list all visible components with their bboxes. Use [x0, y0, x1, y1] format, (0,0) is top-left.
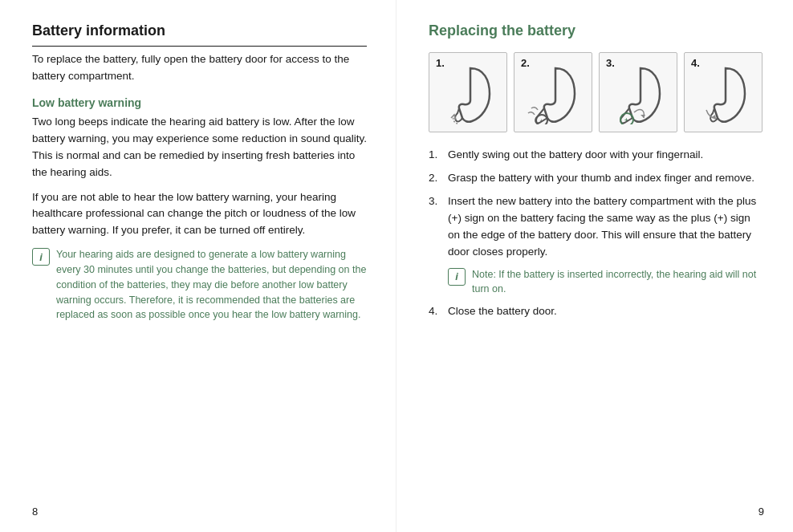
steps-list-4: 4. Close the battery door.	[429, 303, 764, 320]
step-num-1: 1.	[429, 147, 443, 164]
step-text-1: Gently swing out the battery door with y…	[448, 147, 703, 164]
intro-text: To replace the battery, fully open the b…	[32, 51, 367, 85]
step-text-4: Close the battery door.	[448, 303, 557, 320]
step-item-3: 3. Insert the new battery into the batte…	[429, 193, 764, 261]
right-page: Replacing the battery 1. 2.	[396, 0, 793, 532]
steps-images: 1. 2. +	[429, 52, 764, 132]
step-image-1: 1.	[429, 52, 507, 132]
info-box-text: Your hearing aids are designed to genera…	[56, 247, 367, 323]
svg-text:+: +	[624, 116, 628, 124]
hearing-aid-svg-3: +	[610, 60, 666, 124]
hearing-aid-svg-4	[695, 60, 751, 124]
page-number-right: 9	[758, 506, 764, 518]
step-num-2: 2.	[429, 170, 443, 187]
right-section-title: Replacing the battery	[429, 22, 764, 39]
step-image-label-1: 1.	[436, 57, 445, 69]
info-icon: i	[32, 248, 50, 266]
para1-text: Two long beeps indicate the hearing aid …	[32, 114, 367, 181]
left-section-title: Battery information	[32, 22, 367, 47]
para2-text: If you are not able to hear the low batt…	[32, 189, 367, 240]
hearing-aid-svg-2: +	[525, 60, 581, 124]
step-item-1: 1. Gently swing out the battery door wit…	[429, 147, 764, 164]
step-image-label-3: 3.	[606, 57, 615, 69]
steps-list: 1. Gently swing out the battery door wit…	[429, 147, 764, 261]
note-text: Note: If the battery is inserted incorre…	[472, 267, 764, 298]
step-text-3: Insert the new battery into the battery …	[448, 193, 764, 261]
info-box: i Your hearing aids are designed to gene…	[32, 247, 367, 323]
note-icon: i	[448, 268, 466, 286]
hearing-aid-svg-1	[440, 60, 496, 124]
step-image-4: 4.	[684, 52, 762, 132]
step-item-4: 4. Close the battery door.	[429, 303, 764, 320]
step-image-label-2: 2.	[521, 57, 530, 69]
svg-text:+: +	[540, 118, 543, 124]
step-num-3: 3.	[429, 193, 443, 261]
step-item-2: 2. Grasp the battery with your thumb and…	[429, 170, 764, 187]
note-box: i Note: If the battery is inserted incor…	[448, 267, 764, 298]
step-image-3: 3. +	[599, 52, 677, 132]
page-number-left: 8	[32, 506, 38, 518]
step-image-2: 2. +	[514, 52, 592, 132]
step-text-2: Grasp the battery with your thumb and in…	[448, 170, 754, 187]
low-battery-subtitle: Low battery warning	[32, 96, 367, 109]
left-page: Battery information To replace the batte…	[0, 0, 396, 532]
step-num-4: 4.	[429, 303, 443, 320]
step-image-label-4: 4.	[691, 57, 700, 69]
